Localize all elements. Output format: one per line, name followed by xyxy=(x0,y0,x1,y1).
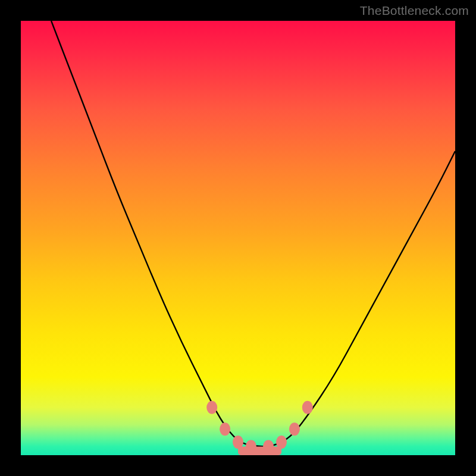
marker-dot xyxy=(302,401,313,414)
marker-dot xyxy=(220,422,230,436)
bottom-pink-band xyxy=(238,446,281,455)
curve-markers xyxy=(206,401,313,453)
watermark-text: TheBottleneck.com xyxy=(360,4,469,18)
marker-dot xyxy=(289,422,300,436)
bottleneck-curve xyxy=(51,21,455,446)
curve-layer xyxy=(21,21,455,455)
chart-frame: TheBottleneck.com xyxy=(0,0,476,476)
plot-area xyxy=(21,21,455,455)
marker-dot xyxy=(206,401,217,414)
